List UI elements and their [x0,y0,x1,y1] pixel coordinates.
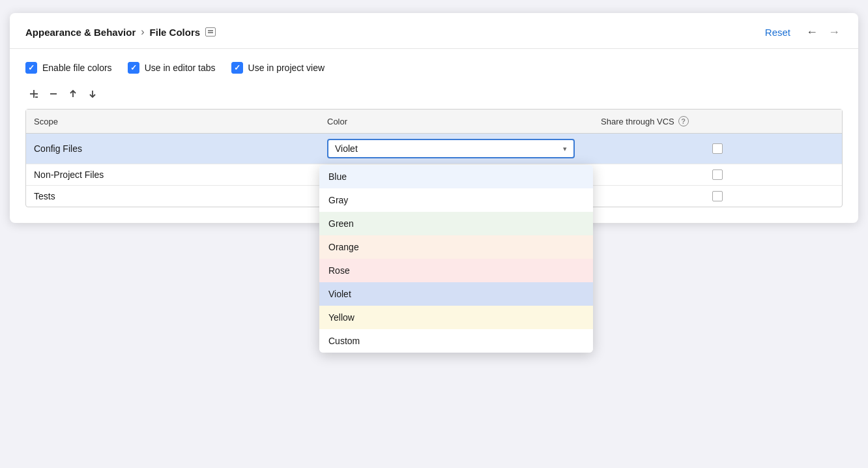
breadcrumb: Appearance & Behavior › File Colors [25,26,216,38]
checkbox-label-enable: Enable file colors [42,63,112,73]
vcs-checkbox-0[interactable] [712,143,723,154]
scope-cell-2: Tests [26,186,319,207]
add-button[interactable] [25,85,42,102]
checkbox-use-in-editor-tabs[interactable]: ✓ Use in editor tabs [128,62,216,74]
checkmark-project-view: ✓ [234,64,240,72]
header: Appearance & Behavior › File Colors Rese… [10,13,858,49]
vcs-checkbox-2[interactable] [712,191,723,201]
remove-icon [48,89,59,99]
dropdown-menu: Blue Gray Green Orange Rose Violet Yello… [319,165,593,353]
page-icon [205,27,216,37]
vcs-checkbox-1[interactable] [712,169,723,180]
header-scope: Scope [26,113,319,129]
header-color: Color [319,113,593,129]
dropdown-option-custom[interactable]: Custom [319,329,593,353]
checkboxes-row: ✓ Enable file colors ✓ Use in editor tab… [25,62,843,74]
checkbox-label-project-view: Use in project view [248,63,325,73]
dropdown-option-blue[interactable]: Blue [319,165,593,188]
checkmark-enable: ✓ [28,64,35,72]
vcs-cell-2 [593,186,842,207]
color-cell-0: Violet ▾ Blue Gray Green Orange Rose Vio… [319,134,593,164]
move-up-button[interactable] [65,85,81,102]
scope-cell-1: Non-Project Files [26,164,319,185]
table-header: Scope Color Share through VCS ? [26,110,842,134]
nav-back-button[interactable]: ← [803,25,820,39]
vcs-cell-0 [593,138,842,159]
scope-cell-0: Config Files [26,138,319,159]
breadcrumb-current: File Colors [150,27,201,38]
content: ✓ Enable file colors ✓ Use in editor tab… [10,49,858,223]
move-down-button[interactable] [84,85,101,102]
vcs-cell-1 [593,164,842,185]
checkbox-label-editor-tabs: Use in editor tabs [145,63,216,73]
dropdown-option-yellow[interactable]: Yellow [319,306,593,329]
color-dropdown-0[interactable]: Violet ▾ [327,139,575,158]
dropdown-option-green[interactable]: Green [319,212,593,235]
file-colors-table: Scope Color Share through VCS ? Config F… [25,109,843,207]
checkmark-editor-tabs: ✓ [130,64,137,72]
toolbar [25,85,843,102]
checkbox-use-in-project-view[interactable]: ✓ Use in project view [231,62,325,74]
breadcrumb-separator: › [141,26,144,38]
vcs-help-icon[interactable]: ? [678,116,689,126]
dropdown-option-orange[interactable]: Orange [319,235,593,259]
dropdown-option-violet[interactable]: Violet [319,282,593,306]
dropdown-option-rose[interactable]: Rose [319,259,593,282]
nav-buttons: ← → [803,25,843,39]
dropdown-arrow-icon: ▾ [563,145,567,153]
add-icon [29,89,39,99]
dropdown-value: Violet [335,143,358,154]
header-actions: Reset ← → [762,25,843,39]
remove-button[interactable] [45,85,62,102]
checkbox-box-editor-tabs[interactable]: ✓ [128,62,139,74]
checkbox-enable-file-colors[interactable]: ✓ Enable file colors [25,62,112,74]
table-row[interactable]: Config Files Violet ▾ Blue Gray Green Or… [26,134,842,164]
checkbox-box-enable[interactable]: ✓ [25,62,37,74]
reset-button[interactable]: Reset [762,25,793,39]
header-vcs: Share through VCS ? [593,113,842,129]
breadcrumb-parent[interactable]: Appearance & Behavior [25,27,136,38]
move-down-icon [87,89,98,99]
nav-forward-button[interactable]: → [826,25,843,39]
dropdown-option-gray[interactable]: Gray [319,188,593,212]
move-up-icon [68,89,78,99]
checkbox-box-project-view[interactable]: ✓ [231,62,243,74]
settings-window: Appearance & Behavior › File Colors Rese… [10,13,858,223]
